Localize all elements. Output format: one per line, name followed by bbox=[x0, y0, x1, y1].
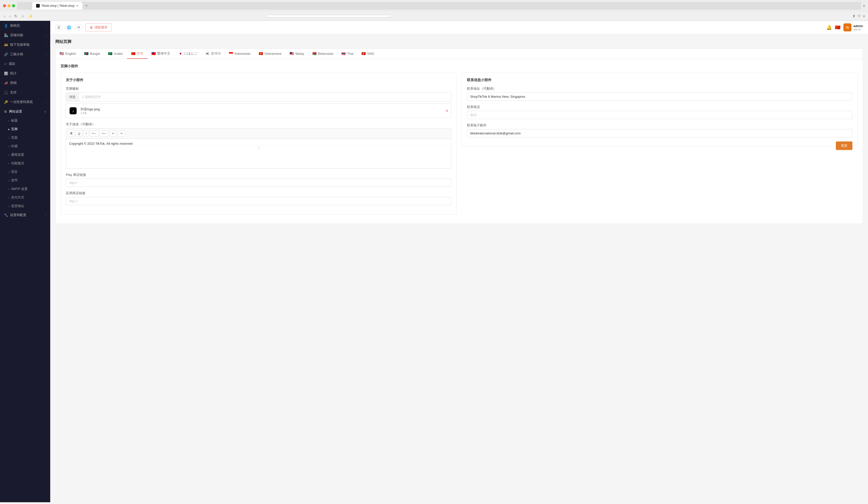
file-size: 3 KB bbox=[81, 112, 448, 115]
sidebar-sub-smtp[interactable]: SMTP 设置 bbox=[0, 185, 50, 193]
tab-thai[interactable]: 🇹🇭 Thai bbox=[337, 49, 358, 59]
otp-icon: 🔑 bbox=[4, 100, 8, 104]
phone-input[interactable] bbox=[467, 111, 852, 119]
sub-item-label: 标题 bbox=[11, 119, 18, 123]
topbar-left: ☰ 🌐 ⟳ 🗑 清除缓存 bbox=[55, 23, 112, 31]
play-store-input[interactable] bbox=[66, 179, 451, 187]
sidebar-sub-theme[interactable]: 标题 bbox=[0, 116, 50, 125]
play-store-form-group: Play 商店链接 bbox=[66, 173, 451, 187]
vietnamese-flag: 🇻🇳 bbox=[259, 52, 263, 55]
language-tabs: 🇺🇸 English 🇧🇩 Bangla 🇸🇦 Arabic 🇨🇳 中文 🇹� bbox=[55, 49, 863, 59]
address-input[interactable] bbox=[467, 92, 852, 101]
malay-flag: 🇲🇾 bbox=[290, 52, 294, 55]
bookmark-btn[interactable]: ☆ bbox=[20, 13, 25, 19]
tab-chinese[interactable]: 🇨🇳 中文 bbox=[127, 49, 147, 59]
sidebar-item-refund[interactable]: ↩ 退款 bbox=[0, 59, 50, 69]
forward-btn[interactable]: › bbox=[8, 13, 12, 19]
user-name: admin bbox=[854, 24, 863, 28]
sidebar-sub-payment[interactable]: 支付方式 bbox=[0, 193, 50, 202]
sidebar-item-three-level[interactable]: 🔗 三级分销 › bbox=[0, 50, 50, 59]
korean-flag: 🇰🇷 bbox=[205, 52, 209, 55]
sub-item-label: 页脚 bbox=[11, 127, 18, 131]
tab-malay[interactable]: 🇲🇾 Malay bbox=[286, 49, 308, 59]
globe-btn[interactable]: 🌐 bbox=[65, 24, 72, 31]
sidebar-item-promoters[interactable]: 👤 推销员 › bbox=[0, 21, 50, 30]
back-btn[interactable]: ‹ bbox=[3, 13, 6, 19]
shield-icon: 🛡 bbox=[857, 14, 861, 18]
sidebar-item-shop-features[interactable]: 🏪 店铺功能 › bbox=[0, 30, 50, 40]
user-menu[interactable]: 🛍 admin admin bbox=[844, 23, 863, 31]
tab-label: 繁体中文 bbox=[157, 51, 170, 56]
sidebar-item-label: 统计 bbox=[10, 71, 17, 76]
tab-vietnamese[interactable]: 🇻🇳 Vietnamese bbox=[255, 49, 286, 59]
editor-resize-handle[interactable]: ⠿ bbox=[69, 145, 448, 151]
app-store-form-group: 应用商店链接 bbox=[66, 191, 451, 205]
arrow-icon: ∨ bbox=[44, 110, 46, 113]
tab-bangla[interactable]: 🇧🇩 Bangla bbox=[80, 49, 104, 59]
cache-icon: 🗑 bbox=[90, 25, 93, 29]
reload-btn[interactable]: ↻ bbox=[13, 13, 18, 19]
sidebar-sub-feature-activate[interactable]: 功能激活 bbox=[0, 159, 50, 167]
extensions-btn[interactable]: ⚡ bbox=[28, 13, 34, 19]
sidebar-item-label: 营销 bbox=[10, 81, 17, 85]
tab-korean[interactable]: 🇰🇷 한국어 bbox=[201, 49, 225, 59]
update-button[interactable]: 更新 bbox=[836, 142, 852, 150]
sidebar-sub-general[interactable]: 通用设置 bbox=[0, 151, 50, 159]
sidebar-sub-pages[interactable]: 页面 bbox=[0, 133, 50, 142]
share-icon[interactable]: ⬆ bbox=[852, 14, 856, 18]
browse-btn[interactable]: 浏览 bbox=[66, 93, 79, 101]
tab-close-btn[interactable]: ✕ bbox=[76, 4, 79, 8]
sync-btn[interactable]: ⟳ bbox=[75, 24, 82, 31]
file-name: 抖音logo.png bbox=[81, 107, 448, 112]
file-delete-btn[interactable]: ✕ bbox=[446, 109, 448, 113]
browser-menu-icon[interactable]: ≡ bbox=[863, 4, 865, 8]
email-form-group: 联系电子邮件 bbox=[467, 123, 852, 137]
sidebar-item-label: 设置和配置 bbox=[10, 213, 27, 217]
italic-btn[interactable]: I bbox=[83, 131, 89, 136]
sidebar-item-website-settings[interactable]: ⚙ 网站设置 ∨ bbox=[0, 107, 50, 116]
browser-tab-active[interactable]: T Tiktok-shop | Tiktok-shop ✕ bbox=[32, 2, 82, 10]
sidebar-item-marketing[interactable]: 📣 营销 bbox=[0, 78, 50, 88]
menu-toggle-btn[interactable]: ☰ bbox=[55, 24, 62, 31]
tab-japanese[interactable]: 🇯🇵 にほんご bbox=[174, 49, 201, 59]
tab-label: 한국어 bbox=[211, 51, 221, 56]
browser-titlebar: T Tiktok-shop | Tiktok-shop ✕ + ≡ bbox=[0, 0, 868, 12]
tab-arabic[interactable]: 🇸🇦 Arabic bbox=[104, 49, 127, 59]
notification-btn[interactable]: 🔔 bbox=[826, 24, 832, 30]
browser-menu-dots[interactable]: ≡ bbox=[863, 14, 865, 18]
maximize-window-btn[interactable] bbox=[12, 4, 15, 7]
sidebar-item-offline-recharge[interactable]: 💳 线下充值审核 › bbox=[0, 40, 50, 50]
sidebar-item-otp[interactable]: 🔑 一次性密码系统 › bbox=[0, 97, 50, 107]
tab-belarusian[interactable]: 🇧🇾 Belarusian bbox=[308, 49, 337, 59]
shop-bag-icon: 🛍 bbox=[846, 25, 849, 29]
undo-btn[interactable]: ↩ bbox=[110, 131, 117, 136]
browser-right-actions: ⬆ 🛡 ≡ bbox=[852, 14, 865, 18]
address-bar[interactable] bbox=[266, 15, 391, 17]
minimize-window-btn[interactable] bbox=[8, 4, 11, 7]
clear-cache-button[interactable]: 🗑 清除缓存 bbox=[85, 23, 112, 31]
app-store-input[interactable] bbox=[66, 197, 451, 205]
sidebar-item-support[interactable]: 🎧 支持 bbox=[0, 88, 50, 97]
tab-vnd[interactable]: 🇻🇳 VND bbox=[358, 49, 378, 59]
unordered-list-btn[interactable]: •— bbox=[90, 131, 99, 136]
bold-btn[interactable]: B bbox=[68, 131, 75, 136]
underline-btn[interactable]: U bbox=[76, 131, 83, 136]
sidebar-sub-shipping[interactable]: 送货地址 bbox=[0, 202, 50, 210]
refund-icon: ↩ bbox=[4, 62, 7, 66]
language-selector[interactable]: 🇨🇳 bbox=[835, 24, 840, 30]
sidebar-sub-footer[interactable]: 页脚 bbox=[0, 125, 50, 133]
sidebar-item-statistics[interactable]: 📊 统计 › bbox=[0, 69, 50, 78]
editor-content[interactable]: Copyright © 2023 TikTok. All rights rese… bbox=[66, 138, 451, 168]
redo-btn[interactable]: ↪ bbox=[118, 131, 125, 136]
close-window-btn[interactable] bbox=[3, 4, 6, 7]
sidebar-sub-currency[interactable]: 货币 bbox=[0, 176, 50, 185]
sidebar-sub-language[interactable]: 语言 bbox=[0, 167, 50, 176]
sidebar-sub-appearance[interactable]: 外观 bbox=[0, 142, 50, 151]
sidebar-item-settings-config[interactable]: 🔧 设置和配置 › bbox=[0, 210, 50, 220]
tab-english[interactable]: 🇺🇸 English bbox=[55, 49, 80, 59]
tab-traditional-chinese[interactable]: 🇹🇼 繁体中文 bbox=[147, 49, 174, 59]
ordered-list-btn[interactable]: =— bbox=[100, 131, 109, 136]
tab-indonesian[interactable]: 🇮🇩 Indonesian bbox=[225, 49, 255, 59]
email-input[interactable] bbox=[467, 129, 852, 137]
new-tab-btn[interactable]: + bbox=[83, 2, 90, 9]
